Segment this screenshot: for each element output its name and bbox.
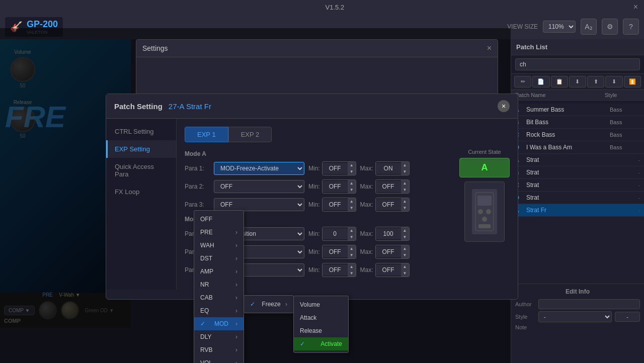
para2-max-down[interactable]: ▼ — [401, 187, 409, 193]
edit-info-title: Edit Info — [515, 288, 640, 295]
parab2-max-down[interactable]: ▼ — [401, 252, 409, 258]
parab2-max-up[interactable]: ▲ — [401, 245, 409, 252]
parab3-min-up[interactable]: ▲ — [348, 263, 356, 270]
patch-item[interactable]: D Strat - — [511, 192, 644, 204]
parab3-max-up[interactable]: ▲ — [401, 263, 409, 270]
view-size-select[interactable]: 110% 100% 90% — [543, 21, 576, 33]
parab2-min-up[interactable]: ▲ — [348, 245, 356, 252]
patch-search-input[interactable] — [515, 58, 640, 70]
para2-min-group: Min: OFF ▲ ▼ — [308, 179, 356, 194]
parab3-min-down[interactable]: ▼ — [348, 270, 356, 277]
submenu2-attack[interactable]: Attack — [294, 311, 348, 324]
menu-item-dly[interactable]: DLY › — [194, 330, 244, 343]
nr-arrow: › — [235, 281, 237, 288]
author-input[interactable] — [538, 299, 640, 309]
para1-max-up[interactable]: ▲ — [401, 162, 409, 168]
menu-item-rvb[interactable]: RVB › — [194, 343, 244, 356]
submenu1-freeze[interactable]: ✓ Freeze › — [244, 298, 293, 311]
modal-header: Patch Setting 27-A Strat Fr × — [106, 94, 518, 119]
menu-item-cab[interactable]: CAB › — [194, 291, 244, 304]
para3-max-up[interactable]: ▲ — [401, 198, 409, 205]
parab2-max-group: Max: OFF ▲ ▼ — [360, 245, 410, 259]
parab1-max-up[interactable]: ▲ — [401, 227, 409, 234]
top-tool-btn[interactable]: ⏫ — [624, 76, 641, 87]
parab1-max-down[interactable]: ▼ — [401, 234, 409, 240]
para1-min-label: Min: — [308, 165, 320, 172]
patch-item[interactable]: B Strat - — [511, 166, 644, 179]
sidebar-item-exp[interactable]: EXP Setting — [106, 140, 176, 158]
para2-min-down[interactable]: ▼ — [348, 187, 356, 193]
menu-item-off[interactable]: OFF — [194, 213, 244, 226]
menu-item-wah[interactable]: WAH › — [194, 239, 244, 252]
para1-min-down[interactable]: ▼ — [348, 168, 356, 175]
para2-min-up[interactable]: ▲ — [348, 180, 356, 187]
menu-item-nr[interactable]: NR › — [194, 278, 244, 291]
para1-min-group: Min: OFF ▲ ▼ — [308, 161, 356, 175]
help-icon[interactable]: ? — [623, 19, 639, 35]
menu-item-dst[interactable]: DST › — [194, 252, 244, 265]
patch-item[interactable]: C Strat - — [511, 179, 644, 192]
modal-close-btn[interactable]: × — [498, 100, 510, 112]
title-bar-close[interactable]: × — [633, 3, 638, 12]
para1-min-up[interactable]: ▲ — [348, 162, 356, 168]
copy-tool-btn[interactable]: 📄 — [532, 76, 549, 87]
right-panel: Patch List ✏ 📄 📋 ⬇ ⬆ ⬇ ⏫ Patch Name Styl… — [511, 39, 644, 363]
patch-item[interactable]: B Bit Bass Bass — [511, 116, 644, 129]
font-icon[interactable]: A₂ — [581, 19, 597, 35]
para1-select[interactable]: MOD-Freeze-Activate — [214, 162, 304, 175]
parab3-max-down[interactable]: ▼ — [401, 270, 409, 277]
exp2-tab[interactable]: EXP 2 — [228, 127, 272, 142]
menu-item-amp[interactable]: AMP › — [194, 265, 244, 278]
download-tool-btn[interactable]: ⬇ — [569, 76, 586, 87]
submenu2-activate[interactable]: ✓ Activate — [294, 337, 348, 350]
settings-dialog: Settings × — [136, 39, 498, 100]
para3-min-spinner: OFF ▲ ▼ — [322, 198, 356, 212]
author-row: Author — [515, 299, 640, 309]
parab1-min-up[interactable]: ▲ — [348, 227, 356, 234]
patch-item[interactable]: C Rock Bass Bass — [511, 129, 644, 141]
patch-item[interactable]: A Strat - — [511, 154, 644, 166]
style-select[interactable]: - — [538, 311, 612, 322]
freeze-arrow: › — [285, 301, 287, 308]
parab1-min-down[interactable]: ▼ — [348, 234, 356, 240]
exp1-tab[interactable]: EXP 1 — [185, 127, 228, 142]
para3-min-down[interactable]: ▼ — [348, 205, 356, 211]
patch-item[interactable]: A Summer Bass Bass — [511, 104, 644, 116]
para1-min-btns: ▲ ▼ — [348, 162, 356, 175]
patch-item-selected[interactable]: A Strat Fr - — [511, 204, 644, 217]
settings-icon[interactable]: ⚙ — [602, 19, 618, 35]
menu-item-vol[interactable]: VOL › — [194, 356, 244, 363]
patch-item[interactable]: D I Was a Bass Am Bass — [511, 141, 644, 154]
para3-min-up[interactable]: ▲ — [348, 198, 356, 205]
sidebar-item-ctrl[interactable]: CTRL Setting — [106, 123, 176, 140]
submenu2-release[interactable]: Release — [294, 324, 348, 337]
current-state-panel: Current State A — [459, 149, 510, 242]
para3-max-down[interactable]: ▼ — [401, 205, 409, 211]
paste-tool-btn[interactable]: 📋 — [551, 76, 568, 87]
para1-max-group: Max: ON ▲ ▼ — [360, 161, 410, 175]
para2-max-up[interactable]: ▲ — [401, 180, 409, 187]
menu-item-eq[interactable]: EQ › — [194, 304, 244, 317]
sidebar-item-fx[interactable]: FX Loop — [106, 183, 176, 201]
para1-min-val: OFF — [323, 163, 348, 174]
submenu2-volume[interactable]: Volume — [294, 298, 348, 311]
current-state-badge: A — [459, 158, 510, 177]
para2-select[interactable]: OFF — [214, 180, 304, 193]
edit-tool-btn[interactable]: ✏ — [514, 76, 531, 87]
settings-close-btn[interactable]: × — [487, 44, 492, 53]
para3-select[interactable]: OFF — [214, 198, 304, 211]
up-tool-btn[interactable]: ⬆ — [587, 76, 604, 87]
modal-body: CTRL Setting EXP Setting Quick Access Pa… — [106, 119, 518, 289]
down-tool-btn[interactable]: ⬇ — [605, 76, 622, 87]
sidebar-item-quick[interactable]: Quick Access Para — [106, 158, 176, 183]
freeze-check: ✓ — [250, 301, 255, 308]
title-bar: V1.5.2 × — [0, 0, 644, 14]
mod-arrow: › — [235, 320, 237, 327]
menu-item-pre[interactable]: PRE › — [194, 226, 244, 239]
svg-rect-1 — [477, 196, 492, 206]
submenu-activate: Volume Attack Release ✓ Activate — [293, 296, 349, 353]
parab2-min-down[interactable]: ▼ — [348, 252, 356, 258]
para1-label: Para 1: — [185, 165, 210, 172]
para1-max-down[interactable]: ▼ — [401, 168, 409, 175]
menu-item-mod[interactable]: ✓ MOD › — [194, 317, 244, 330]
